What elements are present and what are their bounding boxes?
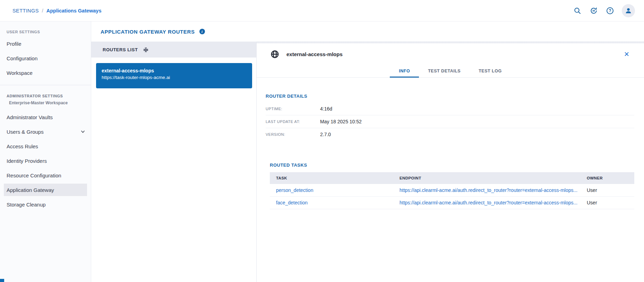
- column-header-task: TASK: [270, 172, 393, 184]
- help-icon[interactable]: ?: [606, 6, 615, 15]
- page-header: APPLICATION GATEWAY ROUTERS i: [91, 21, 644, 42]
- chevron-down-icon: [80, 129, 85, 134]
- detail-label: UPTIME:: [266, 107, 320, 111]
- sidebar-item-workspace[interactable]: Workspace: [0, 65, 91, 80]
- detail-panel-content: ROUTER DETAILS UPTIME: 4:16d LAST UPDATE…: [257, 94, 644, 209]
- sidebar-item-application-gateway[interactable]: Application Gateway: [4, 184, 87, 196]
- sidebar-item-resource-configuration[interactable]: Resource Configuration: [0, 168, 91, 183]
- sidebar-item-label: Access Rules: [7, 143, 38, 149]
- sidebar-divider: [0, 85, 91, 85]
- sidebar-item-administrator-vaults[interactable]: Administrator Vaults: [0, 110, 91, 124]
- router-details-title: ROUTER DETAILS: [266, 94, 634, 99]
- tab-test-log[interactable]: TEST LOG: [470, 64, 511, 77]
- column-header-owner: OWNER: [581, 172, 634, 184]
- sidebar-item-configuration[interactable]: Configuration: [0, 51, 91, 65]
- search-icon[interactable]: [573, 6, 582, 15]
- detail-row-uptime: UPTIME: 4:16d: [266, 102, 634, 115]
- sidebar-item-label: Application Gateway: [7, 187, 54, 193]
- sidebar-item-label: Resource Configuration: [7, 173, 61, 178]
- column-header-endpoint: ENDPOINT: [393, 172, 581, 184]
- task-link[interactable]: person_detection: [270, 184, 393, 196]
- user-avatar-icon[interactable]: [622, 4, 635, 17]
- routers-list-panel: ROUTERS LIST external-access-mlops https…: [91, 42, 257, 282]
- detail-label: LAST UPDATE AT:: [266, 120, 320, 124]
- detail-panel-title: external-access-mlops: [286, 51, 343, 57]
- sidebar-item-label: Profile: [7, 41, 22, 47]
- topbar-actions: ?: [573, 4, 635, 17]
- svg-text:?: ?: [609, 8, 611, 13]
- detail-row-last-update: LAST UPDATE AT: May 18 2025 10:52: [266, 115, 634, 128]
- table-row-person-detection: person_detection https://api.clearml-acm…: [270, 184, 634, 196]
- sidebar-item-label: Users & Groups: [7, 129, 44, 135]
- refresh-paused-icon[interactable]: [589, 6, 598, 15]
- endpoint-link[interactable]: https://api.clearml-acme.ai/auth.redirec…: [393, 196, 581, 209]
- filter-icon[interactable]: [143, 47, 149, 53]
- table-row-face-detection: face_detection https://api.clearml-acme.…: [270, 196, 634, 209]
- owner-cell: User: [581, 184, 634, 196]
- tab-info[interactable]: INFO: [390, 64, 419, 77]
- breadcrumb-settings[interactable]: SETTINGS: [12, 8, 39, 14]
- sidebar-item-label: Configuration: [7, 55, 37, 61]
- routed-tasks-title: ROUTED TASKS: [270, 162, 634, 168]
- detail-value: May 18 2025 10:52: [320, 119, 362, 124]
- sidebar-item-label: Workspace: [7, 70, 33, 76]
- detail-label: VERSION:: [266, 132, 320, 136]
- router-list-item-external-access-mlops[interactable]: external-access-mlops https://task-route…: [96, 63, 252, 88]
- bottom-left-accent: [0, 279, 4, 282]
- sidebar-item-access-rules[interactable]: Access Rules: [0, 139, 91, 153]
- detail-row-version: VERSION: 2.7.0: [266, 128, 634, 141]
- sidebar: USER SETTINGS Profile Configuration Work…: [0, 21, 91, 282]
- sidebar-item-label: Identity Providers: [7, 158, 47, 164]
- detail-tabs: INFO TEST DETAILS TEST LOG: [257, 64, 644, 78]
- close-icon[interactable]: ✕: [624, 51, 629, 58]
- routed-tasks-table: TASK ENDPOINT OWNER person_detection htt…: [270, 172, 634, 209]
- sidebar-item-label: Administrator Vaults: [7, 114, 53, 120]
- sidebar-item-users-groups[interactable]: Users & Groups: [0, 124, 91, 139]
- sidebar-section-administrator-settings: ADMINISTRATOR SETTINGS: [0, 93, 91, 99]
- page-title: APPLICATION GATEWAY ROUTERS: [101, 29, 195, 35]
- main-content: APPLICATION GATEWAY ROUTERS i ROUTERS LI…: [91, 21, 644, 282]
- table-header-row: TASK ENDPOINT OWNER: [270, 172, 634, 184]
- sidebar-workspace-scope-label: Enterprise-Master Workspace: [0, 100, 91, 106]
- detail-panel-header: external-access-mlops ✕: [257, 42, 644, 59]
- router-name: external-access-mlops: [102, 68, 247, 73]
- detail-value: 2.7.0: [320, 132, 331, 137]
- owner-cell: User: [581, 196, 634, 209]
- routers-list-title: ROUTERS LIST: [103, 47, 138, 52]
- routers-list-header: ROUTERS LIST: [91, 42, 256, 58]
- sidebar-item-label: Storage Cleanup: [7, 202, 46, 208]
- sidebar-item-identity-providers[interactable]: Identity Providers: [0, 153, 91, 168]
- endpoint-link[interactable]: https://api.clearml-acme.ai/auth.redirec…: [393, 184, 581, 196]
- breadcrumb-separator: /: [42, 8, 43, 14]
- breadcrumb-applications-gateways: Applications Gateways: [46, 8, 102, 14]
- sidebar-item-profile[interactable]: Profile: [0, 36, 91, 51]
- detail-value: 4:16d: [320, 106, 332, 112]
- router-url: https://task-router-mlops-acme.ai: [102, 75, 247, 80]
- tab-test-details[interactable]: TEST DETAILS: [419, 64, 470, 77]
- router-detail-panel: external-access-mlops ✕ INFO TEST DETAIL…: [257, 42, 644, 282]
- info-icon[interactable]: i: [199, 29, 205, 34]
- topbar: SETTINGS / Applications Gateways ?: [0, 0, 644, 21]
- sidebar-section-user-settings: USER SETTINGS: [0, 29, 91, 35]
- task-link[interactable]: face_detection: [270, 196, 393, 209]
- globe-icon: [271, 50, 279, 59]
- breadcrumb: SETTINGS / Applications Gateways: [12, 8, 102, 14]
- sidebar-item-storage-cleanup[interactable]: Storage Cleanup: [0, 197, 91, 212]
